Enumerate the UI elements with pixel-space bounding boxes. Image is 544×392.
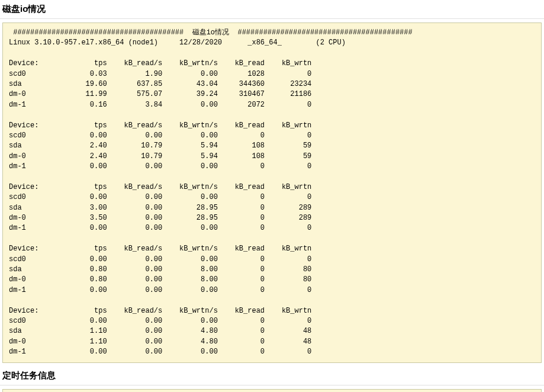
- cron-output[interactable]: #### 无定时任务 ####: [2, 389, 542, 393]
- cron-title: 定时任务信息: [0, 367, 544, 385]
- disk-io-section: 磁盘io情况 #################################…: [0, 0, 544, 363]
- disk-io-output[interactable]: ########################################…: [2, 23, 542, 363]
- disk-io-title: 磁盘io情况: [0, 0, 544, 19]
- cron-section: 定时任务信息 #### 无定时任务 ####: [0, 367, 544, 393]
